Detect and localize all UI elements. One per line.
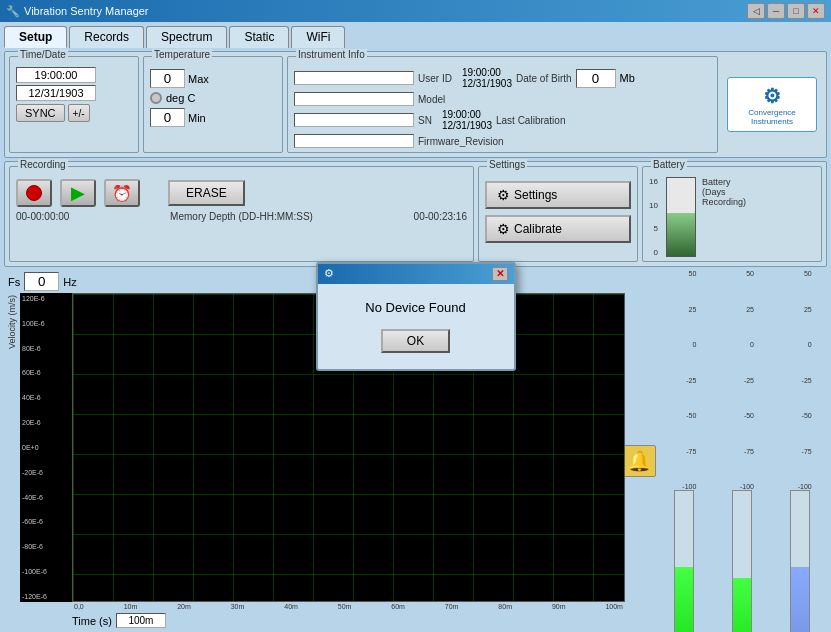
no-device-dialog: ⚙ ✕ No Device Found OK (316, 262, 516, 371)
dialog-body: No Device Found OK (318, 284, 514, 369)
dialog-close-button[interactable]: ✕ (492, 267, 508, 281)
dialog-title-bar: ⚙ ✕ (318, 264, 514, 284)
dialog-message: No Device Found (334, 300, 498, 315)
dialog-icon: ⚙ (324, 267, 334, 280)
dialog-overlay: ⚙ ✕ No Device Found OK (0, 0, 831, 632)
dialog-ok-button[interactable]: OK (381, 329, 450, 353)
